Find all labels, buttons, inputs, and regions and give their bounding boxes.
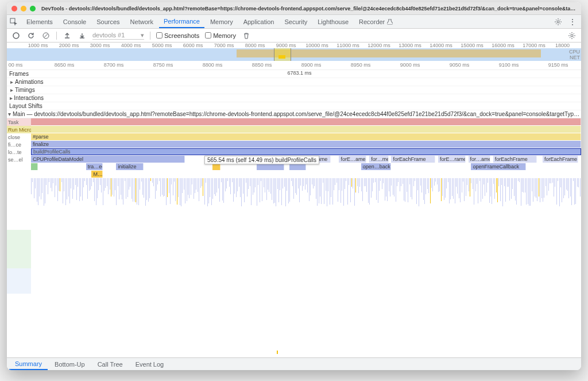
svg-point-1 <box>557 21 559 23</box>
flame-entry[interactable]: M…C <box>91 171 102 178</box>
ov-tick: 14000 ms <box>430 43 452 48</box>
flame-entry[interactable]: openFrameCallback <box>471 163 526 170</box>
flame-left-gutter <box>7 230 31 357</box>
profile-select[interactable]: devtools #1 ▾ <box>92 32 144 40</box>
frames-label: Frames <box>9 71 29 77</box>
save-profile-button[interactable] <box>78 31 87 40</box>
overview-selection[interactable] <box>274 48 291 61</box>
layout-shifts-label: Layout Shifts <box>9 103 42 109</box>
overview-timeline[interactable]: 1000 ms 2000 ms 3000 ms 4000 ms 5000 ms … <box>7 43 581 61</box>
flame-row-label: fi…ce <box>7 141 31 148</box>
tab-console[interactable]: Console <box>59 15 91 28</box>
profile-select-label: devtools #1 <box>92 32 125 39</box>
screenshots-checkbox[interactable]: Screenshots <box>156 32 199 39</box>
memory-checkbox[interactable]: Memory <box>205 32 236 39</box>
flame-entry[interactable]: forEachFrame <box>493 156 537 163</box>
minimize-window-button[interactable] <box>21 6 26 11</box>
flame-entry[interactable]: forEachFrame <box>391 156 435 163</box>
inspect-icon[interactable] <box>9 17 18 26</box>
gear-icon[interactable] <box>554 17 563 26</box>
ov-tick: 9000 ms <box>276 43 296 48</box>
tab-summary[interactable]: Summary <box>9 358 48 370</box>
track-main-header[interactable]: ▾ Main — devtools://devtools/bundled/dev… <box>7 110 581 118</box>
ov-tick: 12000 ms <box>368 43 390 48</box>
flame-entry[interactable]: for…me <box>369 156 389 163</box>
flame-entry[interactable]: CPUProfileDataModel <box>31 156 185 163</box>
zoom-tick: 8750 ms <box>153 62 173 68</box>
zoom-tick: 8650 ms <box>55 62 75 68</box>
clear-button[interactable] <box>41 31 51 40</box>
flame-entry[interactable]: open…back <box>361 163 392 170</box>
flame-task-bar[interactable]: Task <box>7 118 31 126</box>
tab-network[interactable]: Network <box>126 15 158 28</box>
tab-lighthouse[interactable]: Lighthouse <box>313 15 353 28</box>
frames-timestamp: 6783.1 ms <box>288 70 312 76</box>
ov-tick: 10000 ms <box>305 43 328 48</box>
flame-microtask-bar[interactable] <box>31 126 581 133</box>
overview-lane-labels: CPU NET <box>569 49 580 60</box>
flame-microtask-bar[interactable]: Run Microtasks <box>7 126 31 133</box>
trash-icon[interactable] <box>242 31 251 40</box>
flame-chart[interactable]: Task Run Microtasks close #parse fi…ce f… <box>7 118 581 230</box>
tab-memory[interactable]: Memory <box>206 15 238 28</box>
track-interactions[interactable]: ▸Interactions <box>7 94 581 102</box>
tab-call-tree[interactable]: Call Tree <box>92 358 129 370</box>
flame-entry-selected[interactable]: buildProfileCalls <box>31 148 581 155</box>
animations-label: Animations <box>15 79 43 85</box>
tab-bottom-up[interactable]: Bottom-Up <box>49 358 91 370</box>
zoom-tick: 9000 ms <box>400 62 420 68</box>
titlebar: DevTools - devtools://devtools/bundled/d… <box>7 2 581 15</box>
svg-point-5 <box>571 34 573 37</box>
ov-tick: 13000 ms <box>399 43 421 48</box>
flame-entry[interactable]: finalize <box>31 141 581 148</box>
ov-tick: 16000 ms <box>492 43 514 48</box>
memory-label: Memory <box>213 32 236 39</box>
details-tabs: Summary Bottom-Up Call Tree Event Log <box>7 357 581 370</box>
flame-empty-area[interactable] <box>7 230 581 357</box>
zoom-tick: 00 ms <box>9 62 23 68</box>
flame-entry[interactable]: for…ame <box>469 156 490 163</box>
reload-record-button[interactable] <box>26 31 36 40</box>
ov-tick: 8000 ms <box>245 43 265 48</box>
flame-entry[interactable] <box>31 163 38 170</box>
flame-entry[interactable]: forE…rame <box>438 156 466 163</box>
tab-performance[interactable]: Performance <box>159 15 204 28</box>
tab-security[interactable]: Security <box>280 15 312 28</box>
chevron-down-icon[interactable]: ▾ <box>7 111 11 117</box>
flame-entry[interactable]: tra…ee <box>86 163 103 170</box>
flame-mini-bars <box>31 178 581 230</box>
chevron-right-icon[interactable]: ▸ <box>9 95 13 101</box>
flame-entry[interactable]: forE…ame <box>339 156 366 163</box>
tab-elements[interactable]: Elements <box>22 15 57 28</box>
tab-application[interactable]: Application <box>239 15 279 28</box>
flame-task-bar[interactable] <box>31 118 581 125</box>
track-timings[interactable]: ▸Timings <box>7 86 581 94</box>
flame-entry[interactable]: forEachFrame <box>543 156 578 163</box>
record-button[interactable] <box>11 31 21 40</box>
track-animations[interactable]: ▸Animations <box>7 78 581 86</box>
tab-sources[interactable]: Sources <box>92 15 124 28</box>
zoom-tick: 8950 ms <box>351 62 371 68</box>
zoom-ruler[interactable]: 00 ms 8650 ms 8700 ms 8750 ms 8800 ms 88… <box>7 61 581 70</box>
track-layout-shifts[interactable]: Layout Shifts <box>7 102 581 110</box>
tab-recorder[interactable]: Recorder <box>354 15 397 28</box>
interactions-label: Interactions <box>14 95 44 101</box>
main-track-label: Main — devtools://devtools/bundled/devto… <box>11 111 581 117</box>
zoom-tick: 8800 ms <box>203 62 223 68</box>
chevron-right-icon[interactable]: ▸ <box>9 79 14 85</box>
chevron-down-icon: ▾ <box>141 32 144 39</box>
maximize-window-button[interactable] <box>30 6 36 11</box>
capture-settings-icon[interactable] <box>567 31 577 40</box>
chevron-right-icon[interactable]: ▸ <box>9 87 14 93</box>
track-frames[interactable]: Frames 6783.1 ms <box>7 70 581 78</box>
load-profile-button[interactable] <box>63 31 72 40</box>
overview-body[interactable]: CPU NET <box>7 48 581 61</box>
flame-entry[interactable]: initialize <box>116 163 144 170</box>
svg-point-2 <box>13 33 19 39</box>
ov-tick: 1000 ms <box>28 43 48 48</box>
tab-event-log[interactable]: Event Log <box>130 358 170 370</box>
close-window-button[interactable] <box>11 6 17 11</box>
kebab-menu-icon[interactable]: ⋮ <box>566 17 579 26</box>
flame-row-label: close <box>7 133 31 141</box>
flame-entry[interactable]: #parse <box>31 133 581 140</box>
